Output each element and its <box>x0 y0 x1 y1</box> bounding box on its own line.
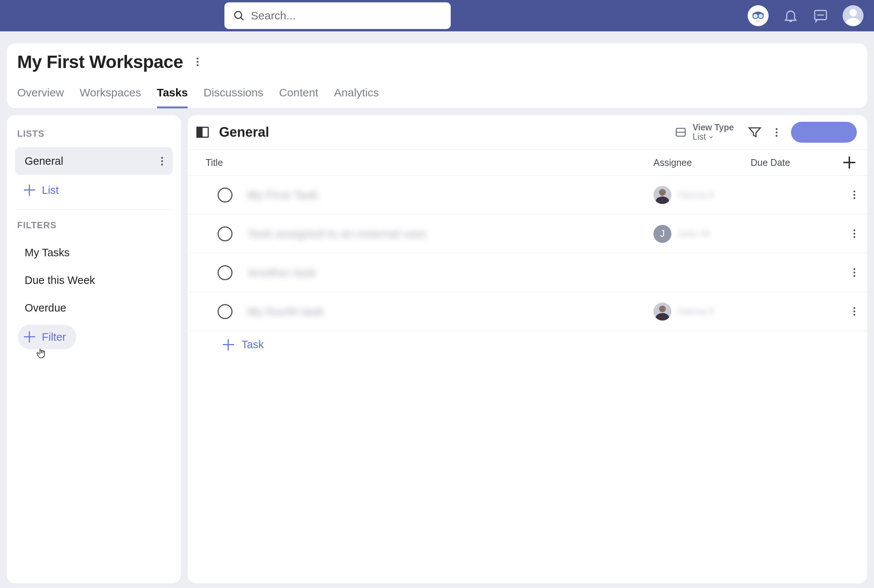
topbar <box>0 0 874 32</box>
task-title-cell[interactable]: My fourth task <box>247 305 653 318</box>
task-checkbox[interactable] <box>218 188 233 202</box>
task-row[interactable]: Task assigned to an external userJJohn W <box>188 214 867 253</box>
task-title: Task assigned to an external user <box>247 228 427 240</box>
assignee-avatar <box>653 303 671 321</box>
task-row-menu-button[interactable] <box>853 307 855 316</box>
cursor-pointer-icon <box>37 348 173 360</box>
task-checkbox[interactable] <box>218 226 233 242</box>
view-type-value: List <box>693 132 706 142</box>
svg-point-4 <box>758 14 763 19</box>
view-type-selector[interactable]: View Type List <box>674 123 734 142</box>
add-column-button[interactable] <box>833 156 855 168</box>
tab-tasks[interactable]: Tasks <box>157 86 188 108</box>
user-avatar[interactable] <box>842 5 863 26</box>
filters-heading: FILTERS <box>17 220 173 231</box>
topbar-right <box>748 5 863 26</box>
assistant-avatar[interactable] <box>748 5 769 26</box>
column-title[interactable]: Title <box>206 157 653 168</box>
global-search[interactable] <box>224 2 451 29</box>
task-title-cell[interactable]: My First Task <box>247 189 653 201</box>
svg-rect-5 <box>758 15 758 16</box>
add-task-label: Task <box>242 339 264 351</box>
svg-point-3 <box>753 14 758 19</box>
task-row-menu-button[interactable] <box>853 268 855 277</box>
task-assignee-cell[interactable]: JJohn W <box>653 225 751 243</box>
workspace-tabs: OverviewWorkspacesTasksDiscussionsConten… <box>15 86 859 108</box>
sidebar-filter-due-this-week[interactable]: Due this Week <box>15 266 173 294</box>
chat-icon[interactable] <box>813 8 828 24</box>
assignee-avatar <box>653 186 671 204</box>
column-assignee[interactable]: Assignee <box>653 157 751 168</box>
view-type-label: View Type <box>693 123 734 132</box>
search-icon <box>233 10 245 22</box>
assignee-name: Hanna K <box>677 306 715 317</box>
task-table-header: Title Assignee Due Date <box>188 149 867 176</box>
assignee-name: John W <box>677 228 710 240</box>
plus-icon <box>223 339 234 350</box>
task-row[interactable]: My fourth taskHanna K <box>188 292 867 331</box>
task-checkbox[interactable] <box>218 265 233 280</box>
sidebar-divider <box>15 209 173 210</box>
task-title: My First Task <box>247 189 319 201</box>
sidebar-filter-overdue[interactable]: Overdue <box>15 294 173 322</box>
sidebar-list-general[interactable]: General <box>15 147 173 175</box>
task-row-menu-button[interactable] <box>853 230 855 238</box>
list-view-icon <box>674 126 687 139</box>
sidebar-filter-my-tasks[interactable]: My Tasks <box>15 239 173 266</box>
tab-analytics[interactable]: Analytics <box>334 86 379 108</box>
add-task-button[interactable]: Task <box>188 331 867 358</box>
chevron-down-icon <box>708 134 714 140</box>
task-title-cell[interactable]: Task assigned to an external user <box>247 228 653 240</box>
content-panel: General View Type List <box>188 115 867 584</box>
task-title-cell[interactable]: Another task <box>247 266 653 279</box>
content-menu-button[interactable] <box>776 128 778 137</box>
search-input[interactable] <box>251 9 442 22</box>
tab-workspaces[interactable]: Workspaces <box>80 86 141 108</box>
sidebar: LISTS General List FILTERS My TasksDue t… <box>7 115 181 584</box>
tab-discussions[interactable]: Discussions <box>203 86 263 108</box>
plus-icon <box>24 332 35 343</box>
task-checkbox[interactable] <box>218 304 233 319</box>
task-title: Another task <box>247 266 316 279</box>
plus-icon <box>843 156 855 168</box>
task-assignee-cell[interactable]: Hanna K <box>653 186 751 204</box>
workspace-menu-button[interactable] <box>197 57 199 66</box>
add-filter-label: Filter <box>42 331 66 343</box>
column-due-date[interactable]: Due Date <box>751 157 833 168</box>
plus-icon <box>24 184 35 196</box>
tab-content[interactable]: Content <box>279 86 318 108</box>
filter-icon[interactable] <box>747 125 762 140</box>
workspace-title: My First Workspace <box>17 51 183 72</box>
workspace-header: My First Workspace OverviewWorkspacesTas… <box>7 44 867 108</box>
collapse-sidebar-icon[interactable] <box>195 125 210 140</box>
task-assignee-cell[interactable]: Hanna K <box>653 303 751 321</box>
assignee-name: Hanna K <box>677 189 715 201</box>
add-list-label: List <box>42 184 59 196</box>
task-row[interactable]: My First TaskHanna K <box>188 176 867 214</box>
primary-action-button[interactable] <box>791 122 857 143</box>
content-title: General <box>219 124 269 140</box>
task-title: My fourth task <box>247 305 324 318</box>
svg-point-0 <box>235 12 242 19</box>
tab-overview[interactable]: Overview <box>17 86 64 108</box>
lists-heading: LISTS <box>17 129 173 139</box>
task-row-menu-button[interactable] <box>853 190 855 199</box>
add-list-button[interactable]: List <box>18 178 65 202</box>
assignee-avatar: J <box>653 225 671 243</box>
sidebar-list-label: General <box>25 155 63 167</box>
svg-line-1 <box>241 18 243 20</box>
content-header: General View Type List <box>188 115 867 149</box>
bell-icon[interactable] <box>783 8 799 24</box>
list-item-menu-button[interactable] <box>161 157 163 165</box>
svg-rect-9 <box>197 128 202 138</box>
add-filter-button[interactable]: Filter <box>18 325 76 349</box>
task-row[interactable]: Another task <box>188 253 867 292</box>
